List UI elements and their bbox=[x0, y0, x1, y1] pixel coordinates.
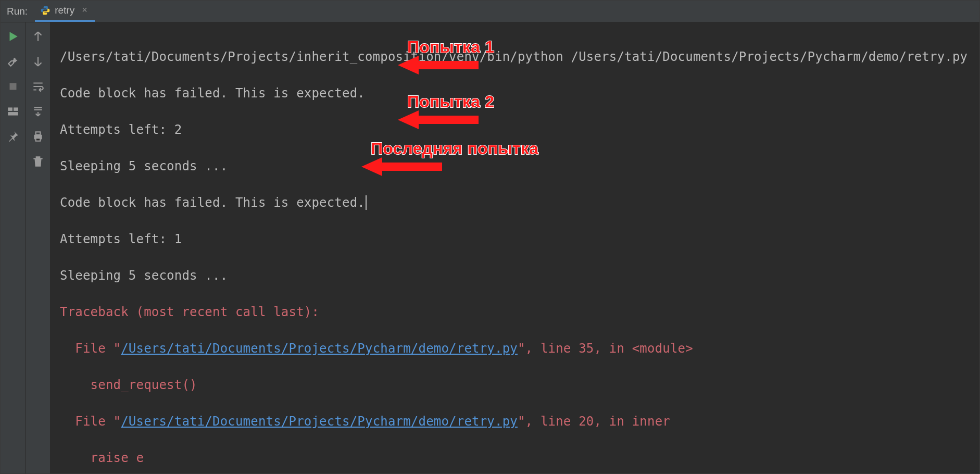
run-tool-window: Run: retry × bbox=[0, 0, 980, 474]
file-link[interactable]: /Users/tati/Documents/Projects/Pycharm/d… bbox=[121, 414, 518, 429]
run-body: /Users/tati/Documents/Projects/inherit_c… bbox=[1, 22, 979, 473]
console-line: Attempts left: 1 bbox=[60, 230, 970, 248]
traceback-header: Traceback (most recent call last): bbox=[60, 303, 970, 321]
svg-rect-6 bbox=[35, 132, 40, 134]
traceback-frame: File "/Users/tati/Documents/Projects/Pyc… bbox=[60, 413, 970, 431]
svg-rect-4 bbox=[8, 112, 18, 116]
annotation-3: Последняя попытка bbox=[285, 138, 538, 159]
svg-rect-1 bbox=[9, 83, 16, 90]
arrow-icon bbox=[285, 138, 366, 159]
up-arrow-icon[interactable] bbox=[31, 30, 45, 43]
traceback-code: raise e bbox=[60, 449, 970, 467]
traceback-frame: File "/Users/tati/Documents/Projects/Pyc… bbox=[60, 340, 970, 358]
stop-icon[interactable] bbox=[6, 80, 20, 93]
svg-rect-7 bbox=[35, 138, 40, 141]
scroll-to-end-icon[interactable] bbox=[31, 105, 45, 118]
wrench-icon[interactable] bbox=[6, 55, 20, 68]
down-arrow-icon[interactable] bbox=[31, 55, 45, 68]
layout-icon[interactable] bbox=[6, 105, 20, 118]
traceback-code: send_request() bbox=[60, 376, 970, 394]
console-line: Attempts left: 2 bbox=[60, 121, 970, 139]
python-file-icon bbox=[40, 5, 51, 16]
console-output[interactable]: /Users/tati/Documents/Projects/inherit_c… bbox=[51, 22, 979, 473]
rerun-icon[interactable] bbox=[6, 30, 20, 43]
pin-icon[interactable] bbox=[6, 130, 20, 143]
svg-rect-2 bbox=[8, 107, 12, 111]
console-line: /Users/tati/Documents/Projects/inherit_c… bbox=[60, 48, 970, 66]
run-label: Run: bbox=[1, 6, 35, 17]
run-tab-retry[interactable]: retry × bbox=[35, 1, 95, 22]
svg-rect-3 bbox=[14, 107, 18, 111]
left-toolbar-1 bbox=[1, 22, 26, 473]
tab-label: retry bbox=[55, 5, 74, 16]
console-line: Code block has failed. This is expected. bbox=[60, 194, 970, 212]
close-icon[interactable]: × bbox=[82, 5, 87, 16]
console-line: Code block has failed. This is expected. bbox=[60, 84, 970, 103]
annotation-label: Последняя попытка bbox=[371, 140, 538, 158]
console-line: Sleeping 5 seconds ... bbox=[60, 267, 970, 285]
file-link[interactable]: /Users/tati/Documents/Projects/Pycharm/d… bbox=[121, 341, 518, 356]
run-header: Run: retry × bbox=[1, 1, 979, 22]
svg-marker-0 bbox=[9, 32, 17, 41]
left-toolbar-2 bbox=[26, 22, 51, 473]
print-icon[interactable] bbox=[31, 130, 45, 143]
trash-icon[interactable] bbox=[31, 155, 45, 168]
console-line: Sleeping 5 seconds ... bbox=[60, 157, 970, 176]
soft-wrap-icon[interactable] bbox=[31, 80, 45, 93]
